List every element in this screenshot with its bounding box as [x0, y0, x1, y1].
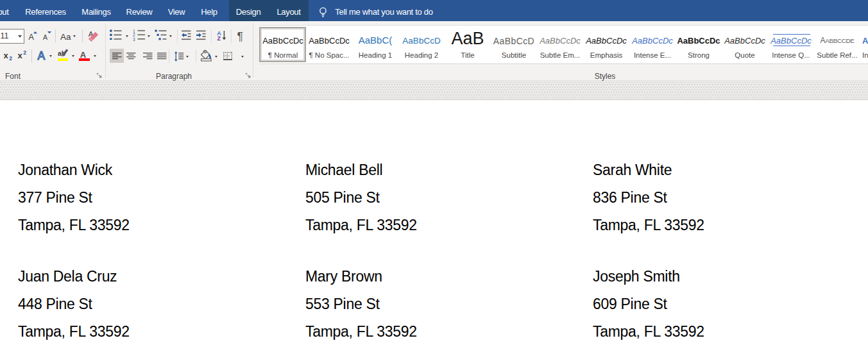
svg-text:3: 3 — [133, 37, 135, 42]
